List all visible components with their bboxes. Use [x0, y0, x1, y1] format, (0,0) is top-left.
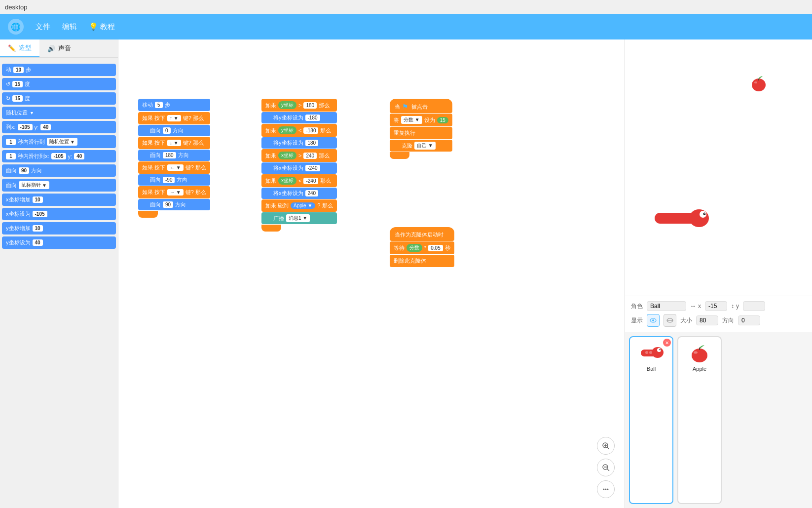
block-change-y[interactable]: y坐标增加 10 [2, 222, 116, 234]
x-label: x [698, 303, 701, 310]
sprite-info-row1: 角色 ↔ x ↕ y [631, 301, 806, 311]
block-set-y-180[interactable]: 将y坐标设为 180 [261, 137, 337, 149]
block-face-dir[interactable]: 面向 90 方向 [2, 164, 116, 177]
block-turn-left[interactable]: ↺ 15 度 [2, 78, 116, 90]
sprite-ball-delete[interactable]: ✕ [663, 339, 671, 347]
block-when-clicked[interactable]: 当 ⚑ 被点击 [390, 99, 452, 113]
titlebar: desktop [0, 0, 812, 14]
x-input[interactable] [705, 301, 727, 311]
tab-sound[interactable]: 🔊 声音 [39, 39, 79, 57]
block-set-score[interactable]: 将 分数 ▼ 设为 15 [390, 114, 452, 126]
block-turn-right[interactable]: ↻ 15 度 [2, 92, 116, 105]
file-label: 文件 [36, 22, 50, 32]
main-layout: ✏️ 造型 🔊 声音 动 10 步 ↺ 15 度 ↻ 1 [0, 39, 812, 508]
block-set-x-240[interactable]: 将x坐标设为 240 [261, 188, 337, 199]
snake-sprite-svg [650, 200, 714, 230]
block-if-y-lt-neg180[interactable]: 如果 y坐标 < -180 那么 [261, 124, 337, 137]
block-if-x-lt-neg240[interactable]: 如果 x坐标 < -240 那么 [261, 174, 337, 187]
script-group-clone-body: 当作为克隆体启动时 等待 分数 * 0.05 秒 删除此克隆体 [390, 227, 454, 267]
block-setxy[interactable]: 列x: -105 y: 40 [2, 121, 116, 133]
block-face-mouse[interactable]: 面向 鼠标指针▼ [2, 179, 116, 192]
lightbulb-icon: 💡 [89, 22, 98, 31]
svg-point-19 [703, 213, 706, 215]
script-area[interactable]: 移动 5 步 如果 按下 ↑ ▼ 键? 那么 面向 0 方向 如果 按下 ↓ ▼… [118, 39, 625, 508]
sprite-apple-name: Apple [693, 366, 706, 372]
sound-icon: 🔊 [47, 45, 55, 52]
block-end-curve3: ↩ [390, 152, 409, 159]
block-if-x-gt-240[interactable]: 如果 x坐标 > 240 那么 [261, 149, 337, 162]
script-group-boundary: 如果 y坐标 > 180 那么 将y坐标设为 -180 如果 y坐标 < -18… [261, 99, 337, 232]
ball-sprite-thumbnail [639, 342, 664, 363]
topnav: 🌐 文件 编辑 💡 教程 [0, 14, 812, 39]
sprites-list: ✕ Ball [625, 332, 812, 508]
svg-line-1 [607, 447, 609, 449]
block-if-down[interactable]: 如果 按下 ↓ ▼ 键? 那么 [138, 137, 210, 149]
block-if-y-gt-180[interactable]: 如果 y坐标 > 180 那么 [261, 99, 337, 112]
block-face-0[interactable]: 面向 0 方向 [138, 125, 210, 136]
sprite-ball-icon [636, 340, 666, 365]
stage-canvas [625, 39, 812, 296]
block-face-90[interactable]: 面向 90 方向 [138, 199, 210, 210]
block-repeat[interactable]: 重复执行 [390, 127, 452, 139]
y-input[interactable] [743, 301, 765, 311]
block-if-right[interactable]: 如果 按下 → ▼ 键? 那么 [138, 186, 210, 198]
block-set-x-neg240[interactable]: 将x坐标设为 -240 [261, 162, 337, 174]
block-move-script[interactable]: 移动 5 步 [138, 99, 210, 111]
hide-eye-button[interactable] [664, 314, 676, 327]
apple-on-stage [750, 74, 768, 94]
block-delete-clone[interactable]: 删除此克隆体 [390, 255, 454, 267]
zoom-reset-icon [602, 485, 610, 493]
size-input[interactable] [696, 315, 718, 325]
direction-input[interactable] [738, 315, 760, 325]
nav-file[interactable]: 文件 [36, 22, 50, 32]
sprite-ball-name: Ball [647, 366, 656, 372]
nav-edit[interactable]: 编辑 [62, 22, 77, 32]
svg-point-26 [652, 347, 664, 358]
block-face-180[interactable]: 面向 180 方向 [138, 150, 210, 161]
block-glide-xy[interactable]: 1 秒内滑行到x: -105 y: 40 [2, 150, 116, 162]
svg-point-8 [605, 489, 607, 490]
eye-closed-icon [666, 317, 673, 324]
svg-point-7 [603, 489, 605, 490]
sprite-info: 角色 ↔ x ↕ y 显示 [625, 296, 812, 332]
block-glide-random[interactable]: 1 秒内滑行到 随机位置▼ [2, 135, 116, 148]
block-wait[interactable]: 等待 分数 * 0.05 秒 [390, 241, 454, 254]
block-if-left[interactable]: 如果 按下 ← ▼ 键? 那么 [138, 161, 210, 174]
block-set-y[interactable]: y坐标设为 40 [2, 236, 116, 249]
right-panel: 角色 ↔ x ↕ y 显示 [625, 39, 812, 508]
tabs: ✏️ 造型 🔊 声音 [0, 39, 118, 58]
block-face-neg90[interactable]: 面向 -90 方向 [138, 174, 210, 186]
block-set-y-neg180[interactable]: 将y坐标设为 -180 [261, 112, 337, 123]
svg-point-31 [645, 351, 648, 354]
block-end-curve2: ↩ [261, 225, 281, 232]
block-if-up[interactable]: 如果 按下 ↑ ▼ 键? 那么 [138, 112, 210, 124]
svg-point-33 [692, 349, 707, 362]
sprite-card-ball[interactable]: ✕ Ball [629, 336, 673, 504]
zoom-out-button[interactable] [597, 459, 615, 476]
eye-open-icon [650, 317, 657, 324]
pencil-icon: ✏️ [8, 44, 16, 52]
sprite-card-apple[interactable]: Apple [677, 336, 722, 504]
show-eye-button[interactable] [647, 314, 660, 327]
show-label: 显示 [631, 316, 643, 325]
block-set-x[interactable]: x坐标设为 -105 [2, 208, 116, 220]
direction-label: 方向 [722, 316, 734, 325]
block-if-touch-apple[interactable]: 如果 碰到 Apple ▼ ? 那么 [261, 199, 337, 212]
nav-tutorial[interactable]: 💡 教程 [89, 22, 115, 32]
block-goto[interactable]: 随机位置 ▼ [2, 107, 116, 119]
tab-costume[interactable]: ✏️ 造型 [0, 39, 39, 57]
zoom-in-icon [602, 442, 610, 450]
svg-line-5 [607, 469, 609, 471]
sprite-label: 角色 [631, 302, 643, 311]
block-move[interactable]: 动 10 步 [2, 64, 116, 76]
block-when-clone-start[interactable]: 当作为克隆体启动时 [390, 227, 454, 241]
globe-button[interactable]: 🌐 [8, 19, 24, 35]
sprite-name-input[interactable] [647, 301, 686, 311]
block-broadcast[interactable]: 广播 消息1 ▼ [261, 212, 337, 224]
edit-label: 编辑 [62, 22, 77, 32]
zoom-in-button[interactable] [597, 437, 615, 455]
zoom-reset-button[interactable] [597, 480, 615, 498]
svg-point-29 [660, 349, 661, 351]
block-clone[interactable]: 克隆 自己 ▼ [390, 140, 452, 152]
block-change-x[interactable]: x坐标增加 10 [2, 194, 116, 206]
